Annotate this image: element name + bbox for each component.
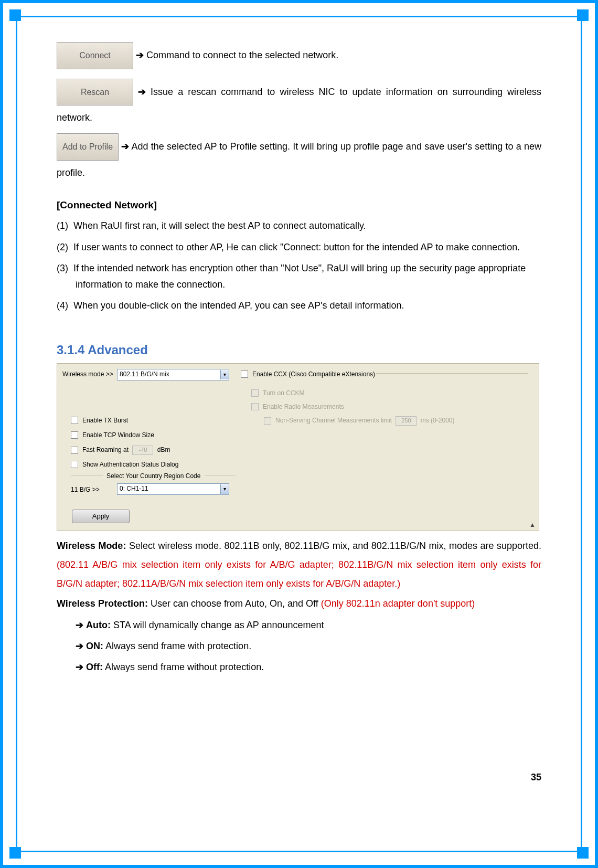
checkbox-label: Turn on CCKM: [263, 389, 305, 397]
fast-roaming-input: -70: [132, 446, 153, 455]
enable-ccx-row[interactable]: Enable CCX (Cisco Compatible eXtensions): [241, 370, 375, 379]
rescan-button-image: Rescan: [57, 79, 133, 106]
on-bold: ON:: [86, 641, 103, 651]
checkbox-label: Enable TX Burst: [82, 417, 128, 424]
wireless-protection-paragraph: Wireless Protection: User can choose fro…: [57, 594, 541, 613]
arrow-icon: ➔: [136, 50, 144, 60]
wireless-prot-text: User can choose from Auto, On, and Off: [148, 598, 321, 609]
wireless-mode-select[interactable]: 802.11 B/G/N mix ▾: [117, 369, 229, 380]
wireless-mode-label: Wireless mode >>: [62, 370, 113, 379]
checkbox-label: Fast Roaming at: [82, 446, 129, 453]
turn-cckm-row: Turn on CCKM: [251, 389, 305, 398]
wireless-prot-note: (Only 802.11n adapter don't support): [321, 598, 475, 609]
list-item: (3) If the intended network has encrypti…: [57, 260, 541, 292]
list-item: (4) When you double-click on the intende…: [57, 298, 541, 314]
fieldset-line: [376, 373, 528, 374]
enable-tcp-row[interactable]: Enable TCP Window Size: [71, 431, 154, 440]
fieldset-line: [71, 475, 103, 475]
add-to-profile-button-image: Add to Profile: [57, 133, 119, 161]
arrow-icon: ➔: [121, 141, 129, 152]
wireless-prot-bold: Wireless Protection:: [57, 598, 148, 609]
list-text: If user wants to connect to other AP, He…: [73, 242, 520, 252]
connect-button-image: Connect: [57, 42, 133, 69]
checkbox-icon[interactable]: [71, 431, 78, 439]
checkbox-icon: [251, 389, 259, 397]
wireless-mode-bold: Wireless Mode:: [57, 541, 126, 551]
checkbox-icon[interactable]: [71, 461, 78, 468]
checkbox-icon: [264, 417, 271, 425]
select-value: 802.11 B/G/N mix: [120, 370, 169, 379]
auto-text: STA will dynamically change as AP announ…: [111, 620, 324, 630]
off-bold: Off:: [86, 662, 103, 672]
eleven-bg-label: 11 B/G >>: [71, 485, 100, 494]
on-bullet: ➔ ON: Always send frame with protection.: [85, 637, 541, 655]
auto-bold: Auto:: [86, 620, 111, 630]
connect-row: Connect ➔ Command to connect to the sele…: [57, 42, 541, 69]
checkbox-icon[interactable]: [71, 417, 78, 424]
off-bullet: ➔ Off: Always send frame without protect…: [85, 658, 541, 676]
enable-radio-row: Enable Radio Measurements: [251, 403, 344, 411]
wireless-mode-text: Select wireless mode. 802.11B only, 802.…: [126, 541, 541, 551]
page-content: Connect ➔ Command to connect to the sele…: [57, 42, 541, 676]
list-item: (2) If user wants to connect to other AP…: [57, 239, 541, 256]
nonserving-input: 250: [396, 416, 417, 426]
fast-roaming-suffix: dBm: [157, 446, 170, 453]
arrow-icon: ➔: [76, 662, 83, 672]
section-title: 3.1.4 Advanced: [57, 341, 541, 359]
rescan-row: Rescan ➔ Issue a rescan command to wirel…: [57, 79, 541, 130]
wireless-mode-note: (802.11 A/B/G mix selection item only ex…: [57, 559, 541, 589]
nonserving-row: Non-Serving Channel Measurements limit 2…: [264, 416, 454, 426]
list-text: If the intended network has encryption o…: [73, 263, 526, 290]
arrow-icon: ➔: [76, 641, 83, 651]
region-code-label: Select Your Country Region Code: [106, 472, 200, 481]
fieldset-line: [205, 475, 236, 475]
checkbox-label: Non-Serving Channel Measurements limit: [275, 417, 392, 424]
addprofile-row: Add to Profile ➔ Add the selected AP to …: [57, 133, 541, 185]
checkbox-label: Enable Radio Measurements: [263, 403, 344, 410]
advanced-settings-screenshot: Wireless mode >> 802.11 B/G/N mix ▾ Enab…: [57, 363, 539, 531]
fast-roaming-row[interactable]: Fast Roaming at -70 dBm: [71, 446, 170, 455]
wireless-mode-paragraph: Wireless Mode: Select wireless mode. 802…: [57, 536, 541, 593]
checkbox-label: Enable CCX (Cisco Compatible eXtensions): [252, 371, 375, 378]
checkbox-label: Enable TCP Window Size: [82, 431, 154, 439]
arrow-icon: ➔: [76, 620, 83, 630]
connect-desc: Command to connect to the selected netwo…: [144, 50, 338, 60]
checkbox-icon[interactable]: [71, 447, 78, 454]
chevron-down-icon: ▾: [220, 484, 229, 494]
select-value: 0: CH1-11: [120, 484, 148, 493]
enable-txburst-row[interactable]: Enable TX Burst: [71, 416, 128, 425]
list-item: (1) When RaUI first ran, it will select …: [57, 218, 541, 234]
addprofile-desc: Add the selected AP to Profile setting. …: [57, 141, 541, 178]
checkbox-icon: [251, 403, 259, 410]
checkbox-label: Show Authentication Status Dialog: [82, 461, 178, 468]
list-text: When RaUI first ran, it will select the …: [73, 220, 366, 231]
auto-bullet: ➔ Auto: STA will dynamically change as A…: [85, 616, 541, 634]
arrow-icon: ➔: [138, 86, 146, 97]
connected-network-header: [Connected Network]: [57, 198, 541, 213]
nonserving-suffix: ms (0-2000): [421, 417, 455, 424]
show-auth-row[interactable]: Show Authentication Status Dialog: [71, 460, 178, 469]
page-number: 35: [531, 771, 541, 784]
list-text: When you double-click on the intended AP…: [73, 300, 404, 311]
region-select[interactable]: 0: CH1-11 ▾: [117, 483, 229, 495]
on-text: Always send frame with protection.: [103, 641, 251, 651]
off-text: Always send frame without protection.: [103, 662, 264, 672]
checkbox-icon[interactable]: [241, 371, 248, 378]
chevron-down-icon: ▾: [220, 370, 229, 379]
apply-button[interactable]: Apply: [72, 510, 130, 523]
collapse-triangle-icon[interactable]: ▲: [529, 521, 536, 530]
